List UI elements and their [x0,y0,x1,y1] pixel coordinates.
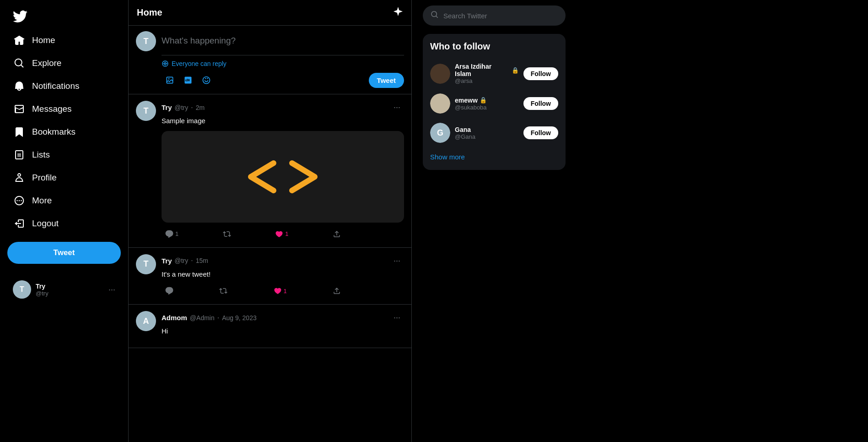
suggestion-name: Gana [455,126,519,133]
suggestion-user-info: Arsa Izdihar Islam 🔒 @arsa [455,63,519,84]
show-more-link[interactable]: Show more [430,147,558,163]
retweet-icon [223,230,231,238]
tweet-content: Try @try · 15m ··· It's a new tweet! [162,254,404,298]
compose-placeholder[interactable]: What's happening? [162,31,404,50]
magnifier-icon [431,11,439,19]
profile-icon [14,172,25,183]
sidebar-item-more-label: More [32,196,52,206]
avatar-placeholder [430,64,450,84]
follow-suggestion-item: Arsa Izdihar Islam 🔒 @arsa Follow [430,58,558,89]
tweet-handle: @Admin [190,314,215,322]
current-user-avatar: T [13,280,31,299]
emoji-button[interactable] [198,72,215,88]
current-user-handle: @try [36,290,104,297]
reply-icon [165,230,173,238]
image-icon [165,76,174,85]
like-count: 1 [284,288,287,295]
image-upload-button[interactable] [162,72,178,88]
follow-button[interactable]: Follow [523,67,558,80]
sidebar-item-home-label: Home [32,35,55,45]
like-action[interactable]: 1 [270,284,291,298]
tweet-actions: 1 1 [162,227,345,241]
suggestion-avatar [430,93,450,114]
home-icon [14,35,25,46]
tweet-text: It's a new tweet! [162,269,404,280]
tweet-button[interactable]: Tweet [7,242,121,264]
gif-icon [183,76,193,85]
retweet-action[interactable] [216,284,231,298]
suggestion-handle: @arsa [455,77,519,84]
suggestion-handle: @sukaboba [455,104,519,111]
twitter-logo[interactable] [7,4,121,27]
like-action[interactable]: 1 [271,227,292,241]
sidebar-item-notifications-label: Notifications [32,81,80,91]
retweet-icon [219,287,227,295]
tweet-text: Sample image [162,116,404,126]
main-feed: Home T What's happening? Everyone can re… [128,0,412,442]
sidebar-item-notifications[interactable]: Notifications [7,75,121,97]
share-action[interactable] [329,227,345,241]
sidebar-item-logout-label: Logout [32,218,59,229]
tweet-more-button[interactable]: ··· [390,101,404,114]
sidebar-item-more[interactable]: More [7,190,121,212]
sidebar-item-profile-label: Profile [32,173,57,183]
tweet-time: 15m [196,257,208,264]
compose-divider [162,55,404,55]
compose-reply-info[interactable]: Everyone can reply [162,60,404,67]
logout-icon [14,218,25,229]
current-user[interactable]: T Try @try ··· [7,275,121,304]
gif-button[interactable] [180,72,196,88]
retweet-action[interactable] [219,227,235,241]
sidebar-item-logout[interactable]: Logout [7,213,121,235]
notifications-icon [14,81,25,92]
reply-label: Everyone can reply [172,60,226,67]
tweet-time: Aug 9, 2023 [222,314,257,322]
tweet-card[interactable]: A Admom @Admin · Aug 9, 2023 ··· Hi [129,305,411,348]
tweet-username: Admom [162,314,187,322]
tweet-image [162,131,404,223]
tweet-card[interactable]: T Try @try · 15m ··· It's a new tweet! [129,248,411,305]
current-user-info: Try @try [36,283,104,297]
search-bar[interactable] [423,5,566,26]
sidebar-item-messages[interactable]: Messages [7,98,121,120]
tweet-more-button[interactable]: ··· [390,254,404,267]
suggestion-name: Arsa Izdihar Islam 🔒 [455,63,519,77]
tweet-content: Admom @Admin · Aug 9, 2023 ··· Hi [162,311,404,341]
tweet-avatar: T [136,254,156,274]
tweet-actions: 1 [162,284,345,298]
tweet-submit-button[interactable]: Tweet [369,73,404,88]
sidebar-item-lists[interactable]: Lists [7,144,121,166]
follow-button[interactable]: Follow [523,126,558,139]
user-menu-dots: ··· [108,285,115,295]
sidebar-item-home[interactable]: Home [7,29,121,51]
tweet-user-info: Admom @Admin · Aug 9, 2023 [162,314,257,322]
tweet-avatar: A [136,311,156,331]
search-input[interactable] [443,12,558,20]
reply-action[interactable] [162,284,177,298]
avatar-placeholder: G [430,123,450,143]
like-count: 1 [285,230,288,237]
sidebar-item-messages-label: Messages [32,104,72,114]
tweet-username: Try [162,257,172,265]
compose-media-icons [162,72,215,88]
sidebar-item-bookmarks[interactable]: Bookmarks [7,121,121,143]
bookmarks-icon [14,126,25,137]
tweet-card[interactable]: T Try @try · 2m ··· Sample image [129,94,411,248]
reply-count: 1 [175,230,178,237]
suggestion-avatar: G [430,123,450,143]
lists-icon [14,149,25,160]
heart-icon [275,230,283,238]
follow-button[interactable]: Follow [523,97,558,110]
sidebar-item-profile[interactable]: Profile [7,167,121,189]
sparkle-icon[interactable] [393,6,403,19]
messages-icon [14,104,25,115]
reply-action[interactable]: 1 [162,227,182,241]
share-action[interactable] [329,284,345,298]
tweet-handle: @try [175,257,189,264]
follow-suggestion-item: G Gana @Gana Follow [430,118,558,147]
reply-icon [165,287,173,295]
tweet-more-button[interactable]: ··· [390,311,404,324]
emoji-icon [202,76,211,85]
explore-icon [14,58,25,69]
sidebar-item-explore[interactable]: Explore [7,52,121,74]
